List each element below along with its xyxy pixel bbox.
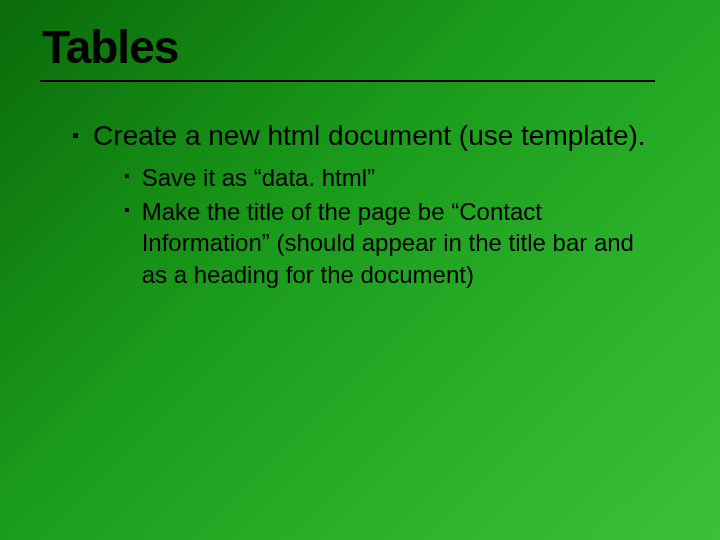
bullet-level2: ▪ Save it as “data. html” [124, 162, 680, 194]
bullet-level1: ▪ Create a new html document (use templa… [72, 118, 680, 154]
title-block: Tables [40, 20, 680, 82]
bullet-level2-text: Make the title of the page be “Contact I… [142, 196, 642, 291]
bullet-level2-text: Save it as “data. html” [142, 162, 375, 194]
level2-container: ▪ Save it as “data. html” ▪ Make the tit… [72, 162, 680, 291]
slide-title: Tables [40, 20, 680, 74]
square-bullet-icon: ▪ [72, 125, 79, 145]
square-bullet-icon: ▪ [124, 168, 130, 184]
content-area: ▪ Create a new html document (use templa… [40, 118, 680, 291]
title-underline [40, 80, 655, 82]
slide-container: Tables ▪ Create a new html document (use… [0, 0, 720, 540]
bullet-level1-text: Create a new html document (use template… [93, 118, 645, 154]
bullet-level2: ▪ Make the title of the page be “Contact… [124, 196, 680, 291]
square-bullet-icon: ▪ [124, 202, 130, 218]
